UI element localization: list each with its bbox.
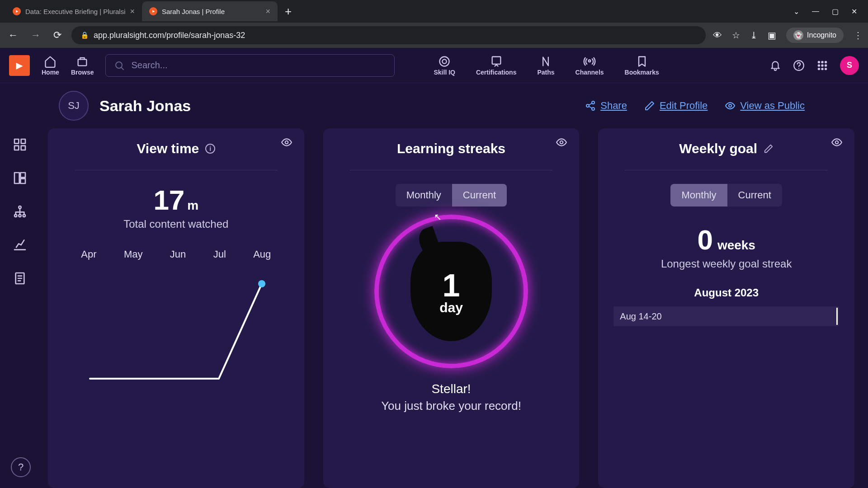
user-avatar[interactable]: S: [840, 56, 859, 75]
cards-row: View time i 17m Total content watched Ap…: [40, 128, 868, 488]
menu-icon[interactable]: ⋮: [854, 30, 863, 41]
visibility-icon[interactable]: [831, 136, 843, 148]
back-button[interactable]: ←: [5, 29, 21, 41]
card-title: Weekly goal: [679, 141, 774, 156]
forward-button[interactable]: →: [28, 29, 43, 41]
toggle-monthly[interactable]: Monthly: [396, 184, 452, 206]
panel-icon[interactable]: ▣: [768, 30, 776, 41]
url-input[interactable]: 🔒 app.pluralsight.com/profile/sarah-jona…: [71, 26, 706, 44]
weekly-goal-bar: Aug 14-20: [613, 306, 839, 326]
svg-point-3: [443, 59, 447, 63]
close-window-icon[interactable]: ✕: [851, 7, 857, 16]
pluralsight-logo[interactable]: ▶: [9, 55, 30, 76]
search-input[interactable]: Search...: [105, 54, 395, 77]
reload-button[interactable]: ⟳: [51, 29, 64, 41]
view-time-line-chart: [81, 266, 271, 392]
svg-point-32: [285, 141, 288, 144]
eye-off-icon[interactable]: 👁: [713, 30, 722, 41]
nav-browse[interactable]: Browse: [71, 55, 94, 76]
streak-headline: Stellar!: [431, 382, 471, 396]
tab-title: Data: Executive Briefing | Pluralsi: [25, 8, 126, 15]
download-icon[interactable]: ⤓: [750, 30, 758, 41]
pluralsight-favicon: [13, 7, 21, 15]
channels-icon: [583, 55, 596, 68]
left-rail: [0, 128, 40, 488]
nav-label: Channels: [576, 69, 604, 76]
svg-rect-21: [21, 139, 25, 143]
svg-point-7: [818, 61, 820, 62]
toggle-monthly[interactable]: Monthly: [670, 184, 727, 206]
nav-label: Bookmarks: [625, 69, 659, 76]
incognito-badge[interactable]: 👻 Incognito: [786, 28, 844, 43]
svg-point-5: [589, 60, 591, 62]
view-time-value: 17m: [153, 184, 198, 216]
profile-name: Sarah Jonas: [99, 97, 191, 115]
svg-rect-26: [20, 178, 25, 183]
chevron-down-icon[interactable]: ⌄: [793, 7, 799, 16]
org-icon[interactable]: [13, 204, 27, 219]
svg-point-8: [821, 61, 823, 62]
toggle-current[interactable]: Current: [452, 184, 507, 206]
tab-title: Sarah Jonas | Profile: [162, 8, 225, 15]
tab-bar: Data: Executive Briefing | Pluralsi × Sa…: [0, 0, 868, 23]
visibility-icon[interactable]: [556, 136, 567, 148]
view-time-sublabel: Total content watched: [123, 218, 228, 230]
addr-icons: 👁 ☆ ⤓ ▣ 👻 Incognito ⋮: [713, 28, 863, 43]
analytics-icon[interactable]: [13, 238, 27, 252]
nav-label: Home: [42, 69, 59, 76]
close-icon[interactable]: ×: [266, 7, 271, 16]
dashboard-icon[interactable]: [13, 137, 27, 152]
toggle-current[interactable]: Current: [727, 184, 782, 206]
new-tab-button[interactable]: +: [278, 5, 299, 19]
edit-profile-link[interactable]: Edit Profile: [644, 100, 708, 112]
help-icon[interactable]: [793, 60, 805, 71]
browser-tab-active[interactable]: Sarah Jonas | Profile ×: [142, 1, 278, 21]
document-icon[interactable]: [13, 271, 27, 286]
profile-header: SJ Sarah Jonas Share Edit Profile View a…: [0, 83, 868, 128]
card-title: View time i: [137, 141, 215, 156]
top-right-icons: S: [769, 56, 859, 75]
lock-icon: 🔒: [80, 31, 89, 39]
svg-point-2: [440, 56, 449, 66]
profile-actions: Share Edit Profile View as Public: [585, 100, 805, 112]
svg-point-11: [821, 65, 823, 66]
profile-avatar: SJ: [59, 91, 89, 121]
apps-grid-icon[interactable]: [816, 60, 828, 71]
nav-skill-iq[interactable]: Skill IQ: [434, 55, 455, 76]
info-icon[interactable]: i: [205, 144, 215, 154]
divider: [625, 170, 828, 170]
svg-point-9: [825, 61, 826, 62]
svg-rect-4: [492, 56, 500, 64]
weekly-goal-month: August 2023: [694, 286, 759, 299]
weekly-goal-sublabel: Longest weekly goal streak: [661, 258, 792, 270]
pencil-icon[interactable]: [764, 144, 774, 154]
streak-ring: 1 day: [374, 215, 528, 368]
flame-icon: 1 day: [410, 242, 492, 341]
star-icon[interactable]: ☆: [732, 30, 740, 41]
nav-channels[interactable]: Channels: [576, 55, 604, 76]
url-text: app.pluralsight.com/profile/sarah-jonas-…: [94, 31, 245, 40]
browser-tab[interactable]: Data: Executive Briefing | Pluralsi ×: [5, 1, 142, 21]
nav-paths[interactable]: Paths: [537, 55, 554, 76]
bell-icon[interactable]: [769, 60, 781, 71]
divider: [350, 170, 553, 170]
browse-icon: [76, 55, 89, 68]
maximize-icon[interactable]: ▢: [832, 7, 839, 16]
nav-bookmarks[interactable]: Bookmarks: [625, 55, 659, 76]
nav-certifications[interactable]: Certifications: [476, 55, 516, 76]
svg-rect-20: [14, 139, 19, 143]
share-link[interactable]: Share: [585, 100, 627, 112]
visibility-icon[interactable]: [281, 136, 292, 148]
close-icon[interactable]: ×: [130, 7, 135, 16]
pencil-icon: [644, 100, 655, 111]
help-bubble[interactable]: ?: [11, 457, 31, 477]
svg-point-14: [821, 68, 823, 69]
view-as-public-link[interactable]: View as Public: [725, 100, 805, 112]
bookmark-icon: [636, 55, 648, 68]
layers-icon[interactable]: [13, 171, 27, 185]
divider: [75, 170, 278, 170]
nav-home[interactable]: Home: [42, 55, 59, 76]
search-icon: [114, 60, 125, 71]
svg-rect-25: [20, 173, 25, 178]
minimize-icon[interactable]: —: [812, 7, 819, 16]
